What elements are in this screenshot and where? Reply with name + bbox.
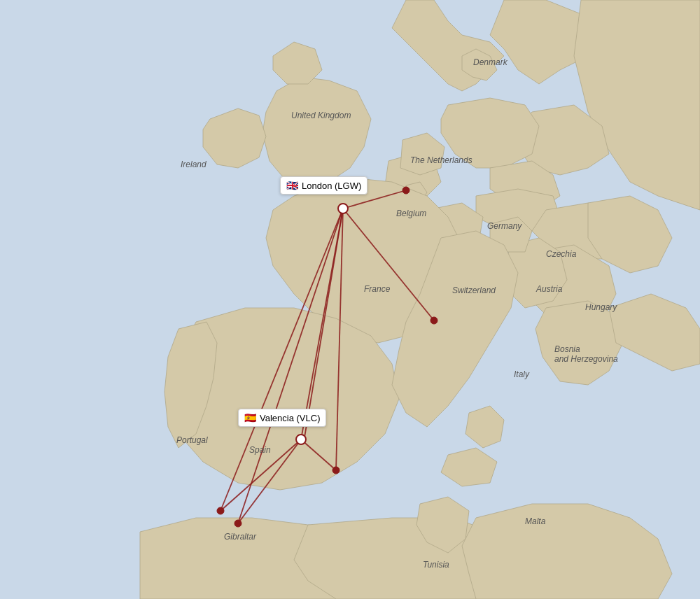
map-container: United Kingdom Ireland Denmark The Nethe… — [0, 0, 700, 599]
svg-point-44 — [338, 204, 348, 213]
svg-point-50 — [234, 520, 241, 527]
london-lgw-text: London (LGW) — [302, 181, 361, 191]
valencia-vlc-label[interactable]: 🇪🇸 Valencia (VLC) — [238, 409, 326, 427]
svg-point-48 — [332, 467, 340, 474]
uk-flag: 🇬🇧 — [286, 180, 298, 191]
svg-point-45 — [296, 435, 306, 444]
svg-point-47 — [430, 317, 438, 324]
london-lgw-label[interactable]: 🇬🇧 London (LGW) — [280, 176, 368, 195]
spain-flag: 🇪🇸 — [244, 412, 256, 423]
svg-point-46 — [402, 187, 410, 194]
svg-point-49 — [217, 507, 224, 514]
valencia-vlc-text: Valencia (VLC) — [260, 413, 320, 423]
